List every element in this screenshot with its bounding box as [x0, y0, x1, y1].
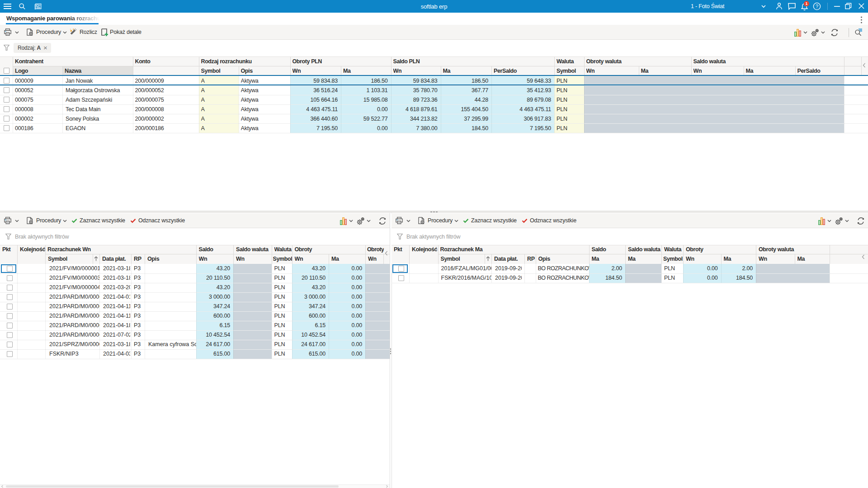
svg-text:?: ?	[816, 4, 818, 9]
